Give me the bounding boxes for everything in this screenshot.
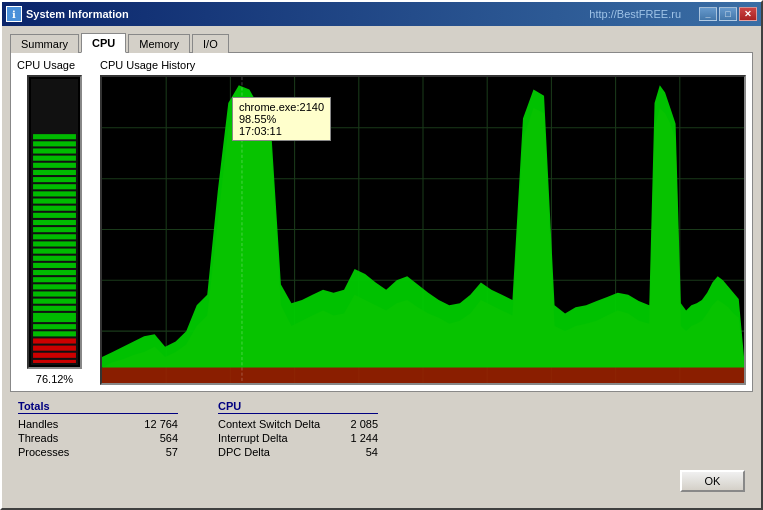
svg-rect-20 xyxy=(33,170,76,175)
svg-rect-1 xyxy=(33,306,76,311)
cpu-stats-title: CPU xyxy=(218,400,378,414)
tab-memory[interactable]: Memory xyxy=(128,34,190,53)
main-panel: CPU Usage xyxy=(10,52,753,392)
minimize-button[interactable]: _ xyxy=(699,7,717,21)
tab-summary[interactable]: Summary xyxy=(10,34,79,53)
svg-rect-17 xyxy=(33,191,76,196)
handles-value: 12 764 xyxy=(144,418,178,430)
svg-rect-11 xyxy=(33,234,76,239)
svg-rect-24 xyxy=(33,141,76,146)
table-row: DPC Delta 54 xyxy=(218,446,378,458)
title-bar: ℹ System Information http://BestFREE.ru … xyxy=(2,2,761,26)
chart-container: chrome.exe:2140 98.55% 17:03:11 xyxy=(100,75,746,385)
svg-rect-16 xyxy=(33,199,76,204)
app-icon: ℹ xyxy=(6,6,22,22)
main-content: Summary CPU Memory I/O CPU Usage xyxy=(2,26,761,504)
interrupt-label: Interrupt Delta xyxy=(218,432,288,444)
svg-rect-31 xyxy=(33,324,76,329)
chart-tooltip: chrome.exe:2140 98.55% 17:03:11 xyxy=(232,97,331,141)
cpu-bar-svg xyxy=(31,79,78,365)
interrupt-value: 1 244 xyxy=(350,432,378,444)
context-switch-label: Context Switch Delta xyxy=(218,418,320,430)
totals-group: Totals Handles 12 764 Threads 564 Proces… xyxy=(18,400,178,460)
tab-cpu[interactable]: CPU xyxy=(81,33,126,53)
table-row: Interrupt Delta 1 244 xyxy=(218,432,378,444)
tooltip-line1: chrome.exe:2140 xyxy=(239,101,324,113)
svg-rect-25 xyxy=(33,134,76,139)
svg-rect-18 xyxy=(33,184,76,189)
dpc-value: 54 xyxy=(366,446,378,458)
context-switch-value: 2 085 xyxy=(350,418,378,430)
window-controls: _ □ ✕ xyxy=(699,7,757,21)
svg-rect-4 xyxy=(33,284,76,289)
svg-rect-30 xyxy=(33,331,76,336)
svg-rect-6 xyxy=(33,270,76,275)
processes-label: Processes xyxy=(18,446,69,458)
totals-title: Totals xyxy=(18,400,178,414)
cpu-bar-container xyxy=(27,75,82,369)
title-bar-left: ℹ System Information xyxy=(6,6,129,22)
window: ℹ System Information http://BestFREE.ru … xyxy=(0,0,763,510)
tab-io[interactable]: I/O xyxy=(192,34,229,53)
svg-rect-23 xyxy=(33,148,76,153)
cpu-history-label: CPU Usage History xyxy=(100,59,746,71)
processes-value: 57 xyxy=(166,446,178,458)
window-title: System Information xyxy=(26,8,129,20)
svg-rect-27 xyxy=(33,346,76,351)
cpu-usage-section: CPU Usage xyxy=(17,59,92,385)
svg-rect-14 xyxy=(33,213,76,218)
svg-rect-3 xyxy=(33,291,76,296)
svg-rect-15 xyxy=(33,206,76,211)
svg-rect-29 xyxy=(33,360,76,363)
cpu-history-chart xyxy=(102,77,744,383)
svg-rect-12 xyxy=(33,227,76,232)
svg-rect-10 xyxy=(33,241,76,246)
svg-rect-2 xyxy=(33,299,76,304)
cpu-stats-group: CPU Context Switch Delta 2 085 Interrupt… xyxy=(218,400,378,460)
tab-bar: Summary CPU Memory I/O xyxy=(10,32,753,52)
table-row: Context Switch Delta 2 085 xyxy=(218,418,378,430)
svg-rect-28 xyxy=(33,353,76,358)
svg-rect-5 xyxy=(33,277,76,282)
svg-rect-19 xyxy=(33,177,76,182)
ok-section: OK xyxy=(10,464,753,498)
table-row: Processes 57 xyxy=(18,446,178,458)
dpc-label: DPC Delta xyxy=(218,446,270,458)
cpu-history-section: CPU Usage History xyxy=(100,59,746,385)
svg-rect-9 xyxy=(33,249,76,254)
stats-section: Totals Handles 12 764 Threads 564 Proces… xyxy=(10,392,753,464)
table-row: Threads 564 xyxy=(18,432,178,444)
handles-label: Handles xyxy=(18,418,58,430)
ok-button[interactable]: OK xyxy=(680,470,745,492)
cpu-percent-label: 76.12% xyxy=(36,373,73,385)
svg-rect-8 xyxy=(33,256,76,261)
tooltip-line2: 98.55% xyxy=(239,113,324,125)
svg-rect-21 xyxy=(33,163,76,168)
svg-rect-13 xyxy=(33,220,76,225)
table-row: Handles 12 764 xyxy=(18,418,178,430)
threads-value: 564 xyxy=(160,432,178,444)
svg-rect-26 xyxy=(33,338,76,343)
close-button[interactable]: ✕ xyxy=(739,7,757,21)
svg-rect-22 xyxy=(33,156,76,161)
threads-label: Threads xyxy=(18,432,58,444)
svg-rect-7 xyxy=(33,263,76,268)
cpu-usage-label: CPU Usage xyxy=(17,59,75,71)
svg-rect-33 xyxy=(33,313,76,318)
url-label: http://BestFREE.ru xyxy=(589,8,681,20)
maximize-button[interactable]: □ xyxy=(719,7,737,21)
tooltip-line3: 17:03:11 xyxy=(239,125,324,137)
